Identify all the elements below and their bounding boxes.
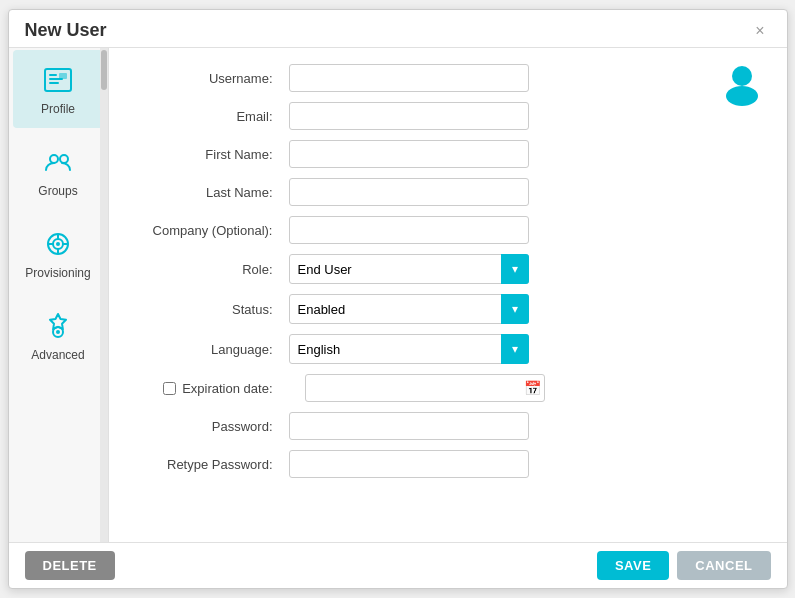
sidebar-item-profile[interactable]: Profile xyxy=(13,50,103,128)
role-row: Role: End User Admin Manager ▾ xyxy=(129,254,727,284)
firstname-input[interactable] xyxy=(289,140,529,168)
language-select-wrap: English Spanish French German ▾ xyxy=(289,334,529,364)
expiration-date-input[interactable] xyxy=(305,374,545,402)
lastname-label: Last Name: xyxy=(129,185,289,200)
password-label: Password: xyxy=(129,419,289,434)
expiration-checkbox[interactable] xyxy=(163,382,176,395)
cancel-button[interactable]: CANCEL xyxy=(677,551,770,580)
firstname-label: First Name: xyxy=(129,147,289,162)
lastname-input[interactable] xyxy=(289,178,529,206)
status-select-wrap: Enabled Disabled ▾ xyxy=(289,294,529,324)
sidebar-scrollbar-thumb xyxy=(101,50,107,90)
sidebar-item-profile-label: Profile xyxy=(41,102,75,116)
svg-point-5 xyxy=(50,155,58,163)
calendar-icon: 📅 xyxy=(524,380,541,396)
advanced-icon xyxy=(40,308,76,344)
sidebar-item-provisioning[interactable]: Provisioning xyxy=(13,214,103,292)
close-button[interactable]: × xyxy=(749,21,770,41)
status-label: Status: xyxy=(129,302,289,317)
modal-body: Profile Groups xyxy=(9,48,787,542)
retype-password-input[interactable] xyxy=(289,450,529,478)
svg-point-16 xyxy=(732,66,752,86)
groups-icon xyxy=(40,144,76,180)
language-select[interactable]: English Spanish French German xyxy=(289,334,529,364)
email-label: Email: xyxy=(129,109,289,124)
delete-button[interactable]: DELETE xyxy=(25,551,115,580)
modal-header: New User × xyxy=(9,10,787,48)
svg-rect-4 xyxy=(59,73,67,79)
status-select[interactable]: Enabled Disabled xyxy=(289,294,529,324)
username-row: Username: xyxy=(129,64,727,92)
modal-footer: DELETE SAVE CANCEL xyxy=(9,542,787,588)
profile-icon xyxy=(40,62,76,98)
role-select-wrap: End User Admin Manager ▾ xyxy=(289,254,529,284)
main-content: Username: Email: First Name: xyxy=(109,48,787,542)
retype-password-row: Retype Password: xyxy=(129,450,727,478)
language-label: Language: xyxy=(129,342,289,357)
password-input[interactable] xyxy=(289,412,529,440)
lastname-row: Last Name: xyxy=(129,178,727,206)
expiration-row: Expiration date: 📅 xyxy=(129,374,727,402)
language-row: Language: English Spanish French German … xyxy=(129,334,727,364)
sidebar: Profile Groups xyxy=(9,48,109,542)
username-input[interactable] xyxy=(289,64,529,92)
user-avatar xyxy=(717,58,767,112)
expiration-label: Expiration date: xyxy=(182,381,272,396)
retype-password-label: Retype Password: xyxy=(129,457,289,472)
save-button[interactable]: SAVE xyxy=(597,551,669,580)
username-label: Username: xyxy=(129,71,289,86)
password-row: Password: xyxy=(129,412,727,440)
sidebar-item-provisioning-label: Provisioning xyxy=(25,266,90,280)
footer-right-buttons: SAVE CANCEL xyxy=(597,551,771,580)
form-scroll-area: Username: Email: First Name: xyxy=(109,48,787,542)
status-row: Status: Enabled Disabled ▾ xyxy=(129,294,727,324)
company-row: Company (Optional): xyxy=(129,216,727,244)
sidebar-item-advanced[interactable]: Advanced xyxy=(13,296,103,374)
role-label: Role: xyxy=(129,262,289,277)
expiration-label-wrap: Expiration date: xyxy=(129,381,289,396)
company-label: Company (Optional): xyxy=(129,223,289,238)
role-select[interactable]: End User Admin Manager xyxy=(289,254,529,284)
modal-title: New User xyxy=(25,20,107,41)
svg-rect-1 xyxy=(49,74,57,76)
new-user-modal: New User × P xyxy=(8,9,788,589)
email-row: Email: xyxy=(129,102,727,130)
sidebar-scrollbar xyxy=(100,48,108,542)
firstname-row: First Name: xyxy=(129,140,727,168)
email-input[interactable] xyxy=(289,102,529,130)
svg-point-6 xyxy=(60,155,68,163)
sidebar-item-advanced-label: Advanced xyxy=(31,348,84,362)
svg-point-9 xyxy=(56,242,60,246)
svg-point-15 xyxy=(56,330,60,334)
company-input[interactable] xyxy=(289,216,529,244)
sidebar-item-groups-label: Groups xyxy=(38,184,77,198)
svg-rect-3 xyxy=(49,82,59,84)
svg-point-17 xyxy=(726,86,758,106)
sidebar-item-groups[interactable]: Groups xyxy=(13,132,103,210)
provisioning-icon xyxy=(40,226,76,262)
expiration-date-wrap: 📅 xyxy=(305,374,545,402)
